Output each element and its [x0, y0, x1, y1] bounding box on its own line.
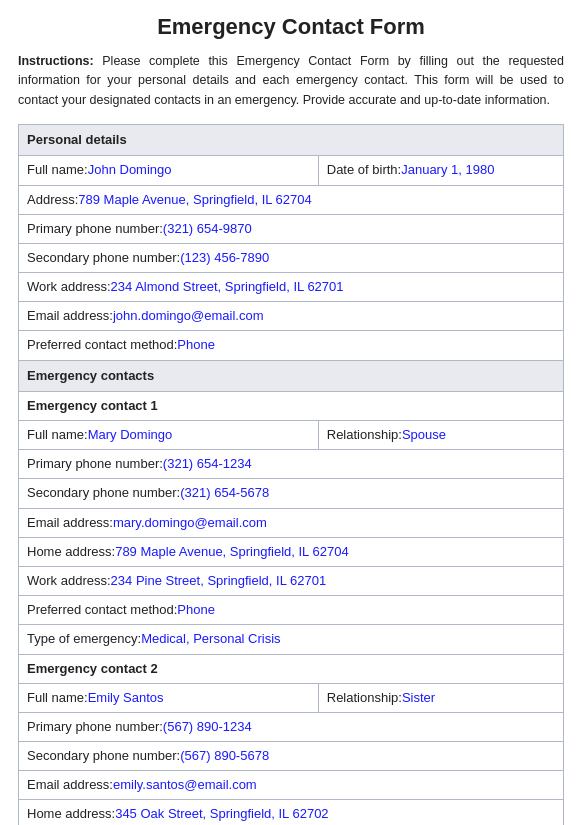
form-table: Personal details Full name:John Domingo …: [18, 124, 564, 825]
contact1-relationship-cell: Relationship:Spouse: [318, 421, 563, 450]
contact1-home-address-row: Home address:789 Maple Avenue, Springfie…: [19, 537, 564, 566]
personal-details-header: Personal details: [19, 125, 564, 156]
contact2-fullname-value: Emily Santos: [88, 690, 164, 705]
contact2-home-address-value: 345 Oak Street, Springfield, IL 62702: [115, 806, 328, 821]
contact-method-label: Preferred contact method:: [27, 337, 177, 352]
contact2-primary-phone-value: (567) 890-1234: [163, 719, 252, 734]
contact2-header: Emergency contact 2: [19, 654, 564, 683]
fullname-dob-row: Full name:John Domingo Date of birth:Jan…: [19, 156, 564, 185]
fullname-cell: Full name:John Domingo: [19, 156, 319, 185]
contact2-primary-phone-cell: Primary phone number:(567) 890-1234: [19, 712, 564, 741]
contact1-email-row: Email address:mary.domingo@email.com: [19, 508, 564, 537]
contact2-relationship-label: Relationship:: [327, 690, 402, 705]
personal-details-header-row: Personal details: [19, 125, 564, 156]
contact1-header: Emergency contact 1: [19, 391, 564, 420]
contact2-email-row: Email address:emily.santos@email.com: [19, 771, 564, 800]
email-row: Email address:john.domingo@email.com: [19, 302, 564, 331]
primary-phone-label: Primary phone number:: [27, 221, 163, 236]
primary-phone-row: Primary phone number:(321) 654-9870: [19, 214, 564, 243]
contact2-email-cell: Email address:emily.santos@email.com: [19, 771, 564, 800]
secondary-phone-label: Secondary phone number:: [27, 250, 180, 265]
contact2-secondary-phone-value: (567) 890-5678: [180, 748, 269, 763]
contact1-work-address-value: 234 Pine Street, Springfield, IL 62701: [111, 573, 327, 588]
contact2-home-address-row: Home address:345 Oak Street, Springfield…: [19, 800, 564, 825]
contact1-home-address-value: 789 Maple Avenue, Springfield, IL 62704: [115, 544, 348, 559]
contact1-work-address-cell: Work address:234 Pine Street, Springfiel…: [19, 566, 564, 595]
contact1-fullname-cell: Full name:Mary Domingo: [19, 421, 319, 450]
primary-phone-value: (321) 654-9870: [163, 221, 252, 236]
contact2-fullname-row: Full name:Emily Santos Relationship:Sist…: [19, 683, 564, 712]
address-row: Address:789 Maple Avenue, Springfield, I…: [19, 185, 564, 214]
contact1-fullname-value: Mary Domingo: [88, 427, 173, 442]
contact1-contact-method-value: Phone: [177, 602, 215, 617]
contact1-fullname-row: Full name:Mary Domingo Relationship:Spou…: [19, 421, 564, 450]
contact1-secondary-phone-row: Secondary phone number:(321) 654-5678: [19, 479, 564, 508]
contact1-work-address-row: Work address:234 Pine Street, Springfiel…: [19, 566, 564, 595]
contact2-relationship-cell: Relationship:Sister: [318, 683, 563, 712]
address-label: Address:: [27, 192, 78, 207]
contact2-home-address-cell: Home address:345 Oak Street, Springfield…: [19, 800, 564, 825]
contact2-secondary-phone-row: Secondary phone number:(567) 890-5678: [19, 742, 564, 771]
contact2-secondary-phone-label: Secondary phone number:: [27, 748, 180, 763]
instructions-label: Instructions:: [18, 54, 94, 68]
contact1-secondary-phone-cell: Secondary phone number:(321) 654-5678: [19, 479, 564, 508]
contact2-email-value: emily.santos@email.com: [113, 777, 257, 792]
dob-value: January 1, 1980: [401, 162, 494, 177]
address-value: 789 Maple Avenue, Springfield, IL 62704: [78, 192, 311, 207]
contact1-email-cell: Email address:mary.domingo@email.com: [19, 508, 564, 537]
secondary-phone-row: Secondary phone number:(123) 456-7890: [19, 243, 564, 272]
contact1-emergency-type-label: Type of emergency:: [27, 631, 141, 646]
contact1-contact-method-row: Preferred contact method:Phone: [19, 596, 564, 625]
contact1-secondary-phone-value: (321) 654-5678: [180, 485, 269, 500]
contact1-emergency-type-value: Medical, Personal Crisis: [141, 631, 280, 646]
primary-phone-cell: Primary phone number:(321) 654-9870: [19, 214, 564, 243]
contact1-primary-phone-value: (321) 654-1234: [163, 456, 252, 471]
contact2-header-row: Emergency contact 2: [19, 654, 564, 683]
contact1-primary-phone-cell: Primary phone number:(321) 654-1234: [19, 450, 564, 479]
contact-method-row: Preferred contact method:Phone: [19, 331, 564, 360]
email-label: Email address:: [27, 308, 113, 323]
contact1-relationship-label: Relationship:: [327, 427, 402, 442]
dob-label: Date of birth:: [327, 162, 401, 177]
contact1-emergency-type-row: Type of emergency:Medical, Personal Cris…: [19, 625, 564, 654]
contact1-primary-phone-row: Primary phone number:(321) 654-1234: [19, 450, 564, 479]
contact1-work-address-label: Work address:: [27, 573, 111, 588]
contact1-fullname-label: Full name:: [27, 427, 88, 442]
contact1-primary-phone-label: Primary phone number:: [27, 456, 163, 471]
secondary-phone-value: (123) 456-7890: [180, 250, 269, 265]
secondary-phone-cell: Secondary phone number:(123) 456-7890: [19, 243, 564, 272]
contact1-email-label: Email address:: [27, 515, 113, 530]
contact1-header-row: Emergency contact 1: [19, 391, 564, 420]
page-title: Emergency Contact Form: [18, 14, 564, 40]
emergency-contacts-header: Emergency contacts: [19, 360, 564, 391]
fullname-value: John Domingo: [88, 162, 172, 177]
contact2-email-label: Email address:: [27, 777, 113, 792]
contact2-fullname-label: Full name:: [27, 690, 88, 705]
contact2-relationship-value: Sister: [402, 690, 435, 705]
contact2-secondary-phone-cell: Secondary phone number:(567) 890-5678: [19, 742, 564, 771]
contact1-home-address-label: Home address:: [27, 544, 115, 559]
work-address-value: 234 Almond Street, Springfield, IL 62701: [111, 279, 344, 294]
contact2-primary-phone-row: Primary phone number:(567) 890-1234: [19, 712, 564, 741]
dob-cell: Date of birth:January 1, 1980: [318, 156, 563, 185]
contact1-contact-method-label: Preferred contact method:: [27, 602, 177, 617]
contact1-home-address-cell: Home address:789 Maple Avenue, Springfie…: [19, 537, 564, 566]
work-address-row: Work address:234 Almond Street, Springfi…: [19, 273, 564, 302]
fullname-label: Full name:: [27, 162, 88, 177]
emergency-contacts-header-row: Emergency contacts: [19, 360, 564, 391]
instructions-text: Instructions: Please complete this Emerg…: [18, 52, 564, 110]
contact1-secondary-phone-label: Secondary phone number:: [27, 485, 180, 500]
contact1-relationship-value: Spouse: [402, 427, 446, 442]
work-address-cell: Work address:234 Almond Street, Springfi…: [19, 273, 564, 302]
address-cell: Address:789 Maple Avenue, Springfield, I…: [19, 185, 564, 214]
work-address-label: Work address:: [27, 279, 111, 294]
email-cell: Email address:john.domingo@email.com: [19, 302, 564, 331]
contact2-fullname-cell: Full name:Emily Santos: [19, 683, 319, 712]
contact2-home-address-label: Home address:: [27, 806, 115, 821]
email-value: john.domingo@email.com: [113, 308, 264, 323]
contact1-emergency-type-cell: Type of emergency:Medical, Personal Cris…: [19, 625, 564, 654]
contact-method-value: Phone: [177, 337, 215, 352]
contact2-primary-phone-label: Primary phone number:: [27, 719, 163, 734]
contact-method-cell: Preferred contact method:Phone: [19, 331, 564, 360]
contact1-email-value: mary.domingo@email.com: [113, 515, 267, 530]
